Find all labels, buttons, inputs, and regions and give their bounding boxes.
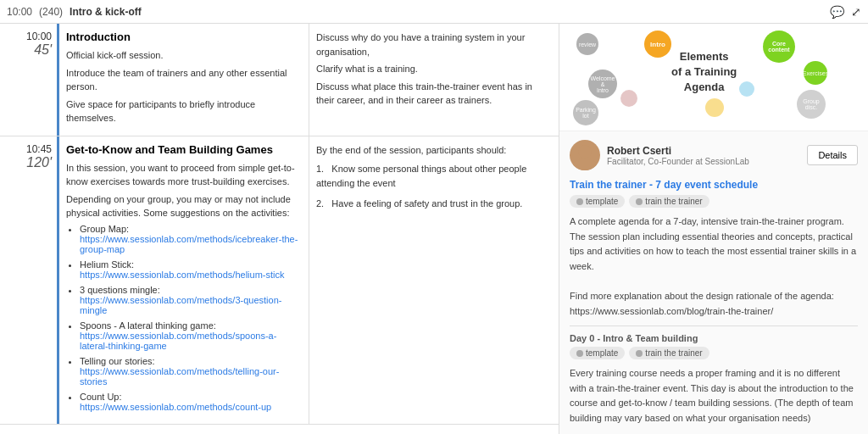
session-title: Introduction [66, 31, 302, 43]
bubble-small1 [620, 90, 637, 107]
day-section-title: Day 0 - Intro & Team building [570, 333, 858, 343]
tag-template2[interactable]: template [570, 347, 625, 359]
activity-link[interactable]: https://www.sessionlab.com/methods/icebr… [80, 234, 298, 254]
session-text: Clarify what is a training. [316, 62, 552, 76]
list-item: Spoons - A lateral thinking game: https:… [80, 320, 302, 351]
svg-point-1 [573, 158, 597, 170]
bubble-group: Groupdisc. [797, 90, 826, 119]
session-duration: 45' [5, 42, 52, 58]
list-item: Helium Stick: https://www.sessionlab.com… [80, 259, 302, 280]
session-text: Give space for participants to briefly i… [66, 97, 302, 125]
bubble-intro: Intro [644, 31, 671, 58]
session-duration: 120' [5, 155, 52, 170]
author-role: Facilitator, Co-Founder at SessionLab [607, 157, 800, 166]
session-text: Introduce the team of trainers and any o… [66, 66, 302, 94]
activity-link[interactable]: https://www.sessionlab.com/methods/3-que… [80, 295, 281, 315]
activity-link[interactable]: https://www.sessionlab.com/methods/telli… [80, 366, 279, 387]
session-time: 10:00 [5, 31, 52, 42]
list-item: Count Up: https://www.sessionlab.com/met… [80, 392, 302, 412]
list-item: Group Map: https://www.sessionlab.com/me… [80, 224, 302, 254]
session-time: 10:45 [5, 143, 52, 155]
tag-train2[interactable]: train the trainer [629, 347, 709, 359]
activity-link[interactable]: https://www.sessionlab.com/methods/spoon… [80, 331, 276, 351]
expand-icon[interactable]: ⤢ [851, 5, 861, 19]
bubble-core: Corecontent [763, 31, 795, 63]
tag-train[interactable]: train the trainer [629, 195, 709, 208]
session-text: In this session, you want to proceed fro… [66, 161, 302, 189]
author-row: Robert Cserti Facilitator, Co-Founder at… [570, 140, 858, 170]
session-text: 2. Have a feeling of safety and trust in… [316, 197, 552, 211]
session-title: Get-to-Know and Team Building Games [66, 143, 302, 156]
session-text: Discuss what place this train-the-traine… [316, 80, 552, 108]
session-text: Official kick-off session. [66, 48, 302, 63]
bubble-review: review [576, 33, 598, 55]
diagram-area: Elementsof a TrainingAgenda review Intro… [559, 24, 868, 131]
session-text: 1. Know some personal things about other… [316, 162, 552, 190]
count-display: (240) [39, 6, 63, 18]
topbar-title: Intro & kick-off [70, 6, 823, 18]
agenda-section-title: Train the trainer - 7 day event schedule [570, 179, 858, 191]
session-text: Discuss why do you have a training syste… [316, 31, 552, 58]
info-panel: Robert Cserti Facilitator, Co-Founder at… [559, 131, 868, 434]
chat-icon[interactable]: 💬 [830, 5, 844, 19]
details-button[interactable]: Details [807, 145, 858, 165]
tag-template[interactable]: template [570, 195, 625, 208]
bubble-small3 [739, 81, 754, 97]
bubble-exercises: Exercises [804, 61, 827, 85]
session-row: 10:00 45' Introduction Official kick-off… [0, 24, 559, 136]
diagram-center-label: Elementsof a TrainingAgenda [671, 49, 737, 96]
agenda-description: A complete agenda for a 7-day, intensive… [570, 214, 858, 319]
day-description: Every training course needs a proper fra… [570, 366, 858, 434]
section-divider [570, 326, 858, 326]
svg-point-0 [578, 145, 592, 159]
day-tags: template train the trainer [570, 347, 858, 359]
agenda-tags: template train the trainer [570, 195, 858, 208]
list-item: Telling our stories: https://www.session… [80, 356, 302, 387]
activity-link[interactable]: https://www.sessionlab.com/methods/count… [80, 402, 271, 412]
session-row: 10:45 120' Get-to-Know and Team Building… [0, 136, 559, 425]
session-text: By the end of the session, participants … [316, 143, 552, 158]
author-name: Robert Cserti [607, 145, 800, 157]
session-text: Depending on your group, you may or may … [66, 192, 302, 220]
bubble-parking: Parking lot [573, 100, 598, 125]
activity-list: Group Map: https://www.sessionlab.com/me… [66, 224, 302, 412]
bubble-welcome: Welcome &Intro [588, 70, 617, 98]
bubble-small2 [705, 98, 724, 117]
author-info: Robert Cserti Facilitator, Co-Founder at… [607, 145, 800, 166]
activity-link[interactable]: https://www.sessionlab.com/methods/heliu… [80, 270, 284, 280]
avatar [570, 140, 600, 170]
time-display: 10:00 [7, 6, 32, 18]
list-item: 3 questions mingle: https://www.sessionl… [80, 285, 302, 315]
